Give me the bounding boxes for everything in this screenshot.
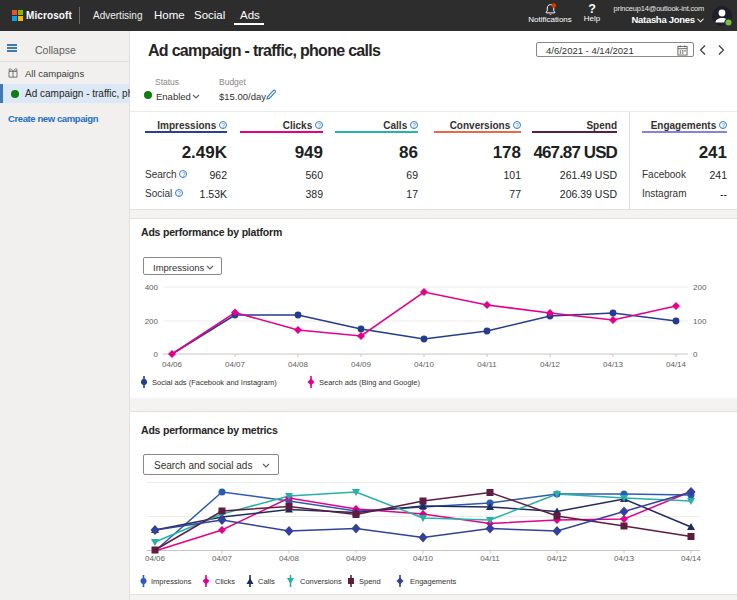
svg-text:Clicks: Clicks [215, 577, 235, 586]
svg-text:04/11: 04/11 [480, 554, 500, 563]
svg-text:04/14: 04/14 [681, 554, 702, 563]
svg-text:04/12: 04/12 [540, 360, 561, 369]
svg-text:Engagements: Engagements [410, 577, 457, 586]
svg-text:400: 400 [145, 283, 159, 292]
svg-text:100: 100 [693, 317, 707, 326]
svg-text:04/14: 04/14 [666, 360, 687, 369]
svg-text:04/06: 04/06 [145, 554, 166, 563]
svg-text:0: 0 [154, 350, 159, 359]
svg-text:04/11: 04/11 [477, 360, 497, 369]
svg-text:04/07: 04/07 [212, 554, 233, 563]
svg-text:0: 0 [693, 350, 698, 359]
svg-text:Search ads (Bing and Google): Search ads (Bing and Google) [319, 378, 420, 387]
svg-text:04/08: 04/08 [288, 360, 309, 369]
svg-text:Conversions: Conversions [300, 577, 342, 586]
svg-text:04/12: 04/12 [547, 554, 568, 563]
svg-text:Spend: Spend [359, 577, 381, 586]
svg-text:04/08: 04/08 [279, 554, 300, 563]
svg-text:200: 200 [693, 283, 707, 292]
svg-text:Social ads (Facebook and Insta: Social ads (Facebook and Instagram) [152, 378, 277, 387]
svg-text:04/09: 04/09 [351, 360, 372, 369]
svg-text:04/13: 04/13 [603, 360, 624, 369]
svg-text:04/09: 04/09 [346, 554, 367, 563]
svg-text:04/07: 04/07 [225, 360, 246, 369]
svg-text:04/10: 04/10 [413, 554, 434, 563]
svg-text:Impressions: Impressions [151, 577, 192, 586]
svg-text:04/13: 04/13 [614, 554, 635, 563]
svg-text:04/06: 04/06 [162, 360, 183, 369]
svg-text:200: 200 [145, 317, 159, 326]
svg-text:Calls: Calls [258, 577, 275, 586]
svg-text:04/10: 04/10 [414, 360, 435, 369]
